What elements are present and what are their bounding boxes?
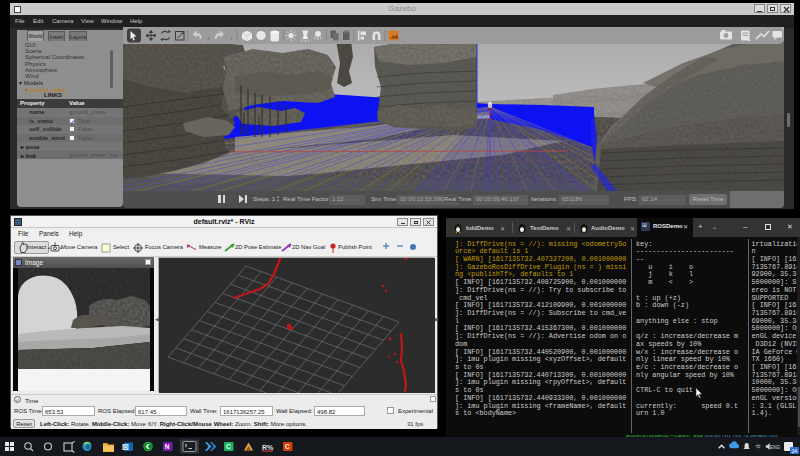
- svg-text:C: C: [285, 443, 290, 450]
- svg-text:R%: R%: [262, 444, 274, 451]
- svg-text:O: O: [123, 444, 128, 450]
- svg-text:ENG: ENG: [770, 445, 780, 450]
- svg-text:24: 24: [792, 448, 798, 454]
- svg-text:C: C: [226, 443, 231, 450]
- svg-text:N: N: [165, 443, 170, 450]
